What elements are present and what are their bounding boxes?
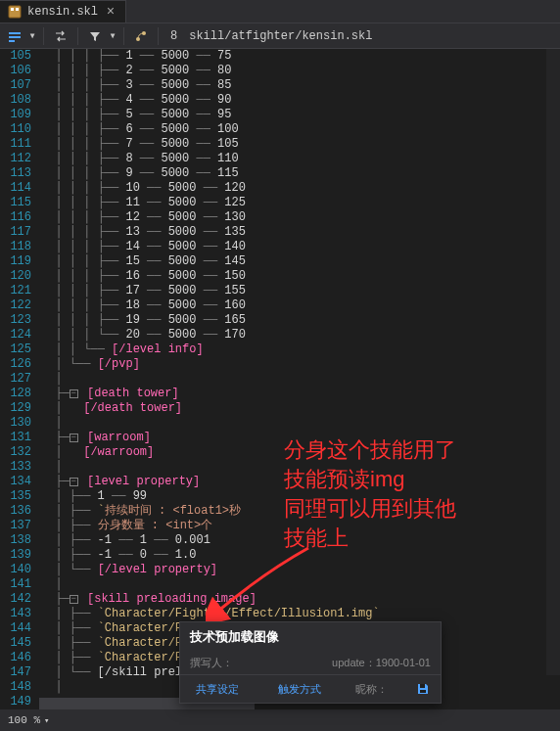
vertical-scrollbar[interactable] [546,49,560,675]
svg-rect-3 [9,32,21,34]
popup-title: 技术预加载图像 [180,622,441,652]
dropdown-icon[interactable]: ▾ [27,25,37,47]
update-label: update：1900-01-01 [332,656,431,670]
dropdown-icon[interactable]: ▾ [108,25,117,47]
popup-meta: 撰写人： update：1900-01-01 [180,652,441,674]
expand-all-icon[interactable] [4,25,25,47]
breadcrumb-path[interactable]: skill/atfighter/kensin.skl [185,29,376,43]
tab-bar: kensin.skl × [0,0,560,23]
swap-icon[interactable] [50,25,71,47]
trigger-link[interactable]: 触发方式 [272,682,327,697]
svg-rect-2 [16,8,19,11]
separator [43,27,44,45]
filter-icon[interactable] [84,25,106,47]
svg-rect-4 [9,36,21,38]
separator [123,27,124,45]
popup-actions: 共享设定 触发方式 昵称： [180,674,441,703]
separator [158,27,159,45]
status-bar: 100 % ▾ [0,709,560,731]
toolbar: ▾ ▾ 8 skill/atfighter/kensin.skl [0,23,560,49]
svg-rect-0 [9,6,21,18]
file-icon [8,5,22,19]
close-icon[interactable]: × [104,5,117,19]
tab-label: kensin.skl [27,5,98,19]
route-icon[interactable] [130,25,152,47]
editor-tab[interactable]: kensin.skl × [0,0,126,23]
svg-rect-5 [9,40,15,42]
svg-rect-9 [420,690,426,693]
save-icon[interactable] [415,681,431,697]
svg-rect-1 [11,8,14,11]
svg-rect-8 [420,684,425,688]
breadcrumb-number: 8 [164,29,183,43]
editor-area: 105 106 107 108 109 110 111 112 113 114 … [0,49,560,709]
separator [77,27,78,45]
dropdown-icon[interactable]: ▾ [44,715,49,726]
code-content[interactable]: │ │ │ ├── 1 ── 5000 ── 75 │ │ │ ├── 2 ──… [37,49,560,709]
line-gutter: 105 106 107 108 109 110 111 112 113 114 … [0,49,37,709]
share-link[interactable]: 共享设定 [190,682,245,697]
nick-label: 昵称： [355,682,388,697]
author-label: 撰写人： [190,656,233,670]
tooltip-popup: 技术预加载图像 撰写人： update：1900-01-01 共享设定 触发方式… [179,621,442,704]
zoom-level[interactable]: 100 % [8,714,40,726]
